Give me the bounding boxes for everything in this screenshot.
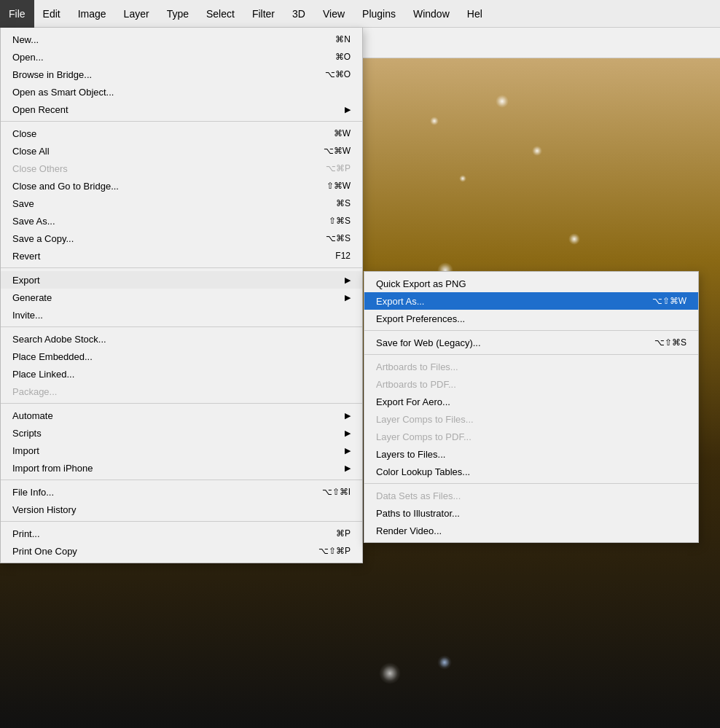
menu-item-package: Package... — [1, 383, 362, 400]
menu-item-browse-bridge-shortcut: ⌥⌘O — [325, 69, 351, 79]
submenu-export-as-shortcut: ⌥⇧⌘W — [652, 296, 686, 306]
menubar-help[interactable]: Hel — [458, 0, 491, 28]
menu-item-browse-bridge-label: Browse in Bridge... — [12, 69, 310, 80]
menubar-image[interactable]: Image — [69, 0, 115, 28]
separator-1 — [1, 121, 362, 122]
menubar-3d[interactable]: 3D — [283, 0, 314, 28]
menu-item-new-shortcut: ⌘N — [335, 34, 351, 44]
menu-item-invite-label: Invite... — [12, 310, 351, 321]
menu-item-automate-label: Automate — [12, 410, 339, 421]
menu-item-place-embedded-label: Place Embedded... — [12, 351, 351, 362]
menu-item-revert-label: Revert — [12, 251, 321, 262]
submenu-layers-files-label: Layers to Files... — [376, 449, 672, 460]
submenu-layer-comps-pdf: Layer Comps to PDF... — [364, 428, 698, 445]
menu-item-automate-arrow: ▶ — [345, 411, 351, 420]
menu-item-scripts-label: Scripts — [12, 428, 339, 439]
menu-item-import[interactable]: Import ▶ — [1, 442, 362, 459]
submenu-layer-comps-pdf-label: Layer Comps to PDF... — [376, 431, 672, 442]
menu-item-close[interactable]: Close ⌘W — [1, 125, 362, 142]
menu-item-export[interactable]: Export ▶ Quick Export as PNG Export As..… — [1, 271, 362, 289]
menu-item-revert[interactable]: Revert F12 — [1, 247, 362, 265]
bokeh-light-2 — [430, 117, 439, 125]
menubar-edit[interactable]: Edit — [34, 0, 69, 28]
menu-item-scripts[interactable]: Scripts ▶ — [1, 424, 362, 442]
menubar: File Edit Image Layer Type Select Filter… — [0, 0, 720, 28]
menu-item-package-label: Package... — [12, 386, 351, 397]
separator-3 — [1, 326, 362, 327]
menu-item-import-iphone-arrow: ▶ — [345, 463, 351, 473]
separator-4 — [1, 403, 362, 404]
bokeh-light-4 — [459, 175, 466, 182]
menu-item-open-recent-arrow: ▶ — [345, 105, 351, 114]
menu-item-import-iphone-label: Import from iPhone — [12, 463, 339, 474]
menu-item-open-smart-label: Open as Smart Object... — [12, 87, 336, 98]
menu-item-open-label: Open... — [12, 52, 321, 63]
menubar-window[interactable]: Window — [404, 0, 458, 28]
submenu-export-prefs[interactable]: Export Preferences... — [364, 310, 698, 327]
menu-item-invite[interactable]: Invite... — [1, 306, 362, 324]
bokeh-light-9 — [379, 662, 401, 684]
menubar-select[interactable]: Select — [197, 0, 243, 28]
menubar-type[interactable]: Type — [158, 0, 197, 28]
menu-item-print-one-copy-label: Print One Copy — [12, 546, 304, 557]
menu-item-save[interactable]: Save ⌘S — [1, 195, 362, 212]
submenu-datasets-files-label: Data Sets as Files... — [376, 490, 672, 501]
menu-item-version-history[interactable]: Version History — [1, 501, 362, 518]
menu-item-open-smart[interactable]: Open as Smart Object... — [1, 83, 362, 101]
submenu-quick-export-png-label: Quick Export as PNG — [376, 278, 672, 289]
menu-item-print-one-copy-shortcut: ⌥⇧⌘P — [318, 546, 351, 556]
menu-item-print[interactable]: Print... ⌘P — [1, 525, 362, 542]
submenu-export-aero[interactable]: Export For Aero... — [364, 393, 698, 410]
submenu-quick-export-png[interactable]: Quick Export as PNG — [364, 275, 698, 292]
menu-item-file-info-label: File Info... — [12, 487, 308, 498]
menu-item-print-label: Print... — [12, 528, 321, 539]
menu-item-open-shortcut: ⌘O — [335, 52, 351, 62]
submenu-sep-1 — [364, 330, 698, 331]
menu-item-print-one-copy[interactable]: Print One Copy ⌥⇧⌘P — [1, 542, 362, 560]
submenu-export-as[interactable]: Export As... ⌥⇧⌘W — [364, 292, 698, 310]
menu-item-place-linked[interactable]: Place Linked... — [1, 365, 362, 383]
menubar-view[interactable]: View — [314, 0, 353, 28]
menu-item-file-info[interactable]: File Info... ⌥⇧⌘I — [1, 483, 362, 501]
menu-item-close-shortcut: ⌘W — [334, 128, 351, 138]
menu-item-automate[interactable]: Automate ▶ — [1, 407, 362, 424]
menu-item-open[interactable]: Open... ⌘O — [1, 48, 362, 66]
submenu-save-for-web[interactable]: Save for Web (Legacy)... ⌥⇧⌘S — [364, 334, 698, 351]
menu-item-scripts-arrow: ▶ — [345, 428, 351, 438]
submenu-export-as-label: Export As... — [376, 296, 638, 307]
menubar-plugins[interactable]: Plugins — [353, 0, 404, 28]
menu-item-close-all[interactable]: Close All ⌥⌘W — [1, 142, 362, 160]
menu-item-close-label: Close — [12, 128, 319, 139]
menu-item-print-shortcut: ⌘P — [336, 528, 351, 539]
menu-item-import-iphone[interactable]: Import from iPhone ▶ — [1, 459, 362, 477]
menu-item-search-stock[interactable]: Search Adobe Stock... — [1, 330, 362, 348]
submenu-render-video-label: Render Video... — [376, 525, 672, 536]
menu-item-new[interactable]: New... ⌘N — [1, 31, 362, 48]
submenu-color-lookup[interactable]: Color Lookup Tables... — [364, 463, 698, 480]
menu-item-save-copy[interactable]: Save a Copy... ⌥⌘S — [1, 230, 362, 247]
submenu-artboards-files-label: Artboards to Files... — [376, 361, 672, 372]
menu-item-close-go-bridge[interactable]: Close and Go to Bridge... ⇧⌘W — [1, 177, 362, 195]
separator-5 — [1, 480, 362, 480]
submenu-export-prefs-label: Export Preferences... — [376, 313, 672, 324]
submenu-sep-3 — [364, 483, 698, 484]
submenu-layers-files[interactable]: Layers to Files... — [364, 445, 698, 463]
menubar-filter[interactable]: Filter — [243, 0, 283, 28]
menu-item-browse-bridge[interactable]: Browse in Bridge... ⌥⌘O — [1, 66, 362, 83]
menubar-layer[interactable]: Layer — [115, 0, 158, 28]
bokeh-light-10 — [437, 655, 452, 670]
submenu-datasets-files: Data Sets as Files... — [364, 487, 698, 504]
menubar-file[interactable]: File — [0, 0, 34, 28]
submenu-sep-2 — [364, 354, 698, 355]
menu-item-version-history-label: Version History — [12, 504, 351, 515]
menu-item-save-as-shortcut: ⇧⌘S — [329, 216, 351, 226]
menu-item-open-recent[interactable]: Open Recent ▶ — [1, 101, 362, 118]
menu-item-close-others: Close Others ⌥⌘P — [1, 160, 362, 177]
menu-item-generate[interactable]: Generate ▶ — [1, 289, 362, 306]
submenu-paths-illustrator[interactable]: Paths to Illustrator... — [364, 504, 698, 522]
menu-item-file-info-shortcut: ⌥⇧⌘I — [322, 487, 351, 497]
submenu-render-video[interactable]: Render Video... — [364, 522, 698, 539]
menu-item-place-embedded[interactable]: Place Embedded... — [1, 348, 362, 365]
menu-item-place-linked-label: Place Linked... — [12, 369, 351, 380]
menu-item-save-as[interactable]: Save As... ⇧⌘S — [1, 212, 362, 230]
